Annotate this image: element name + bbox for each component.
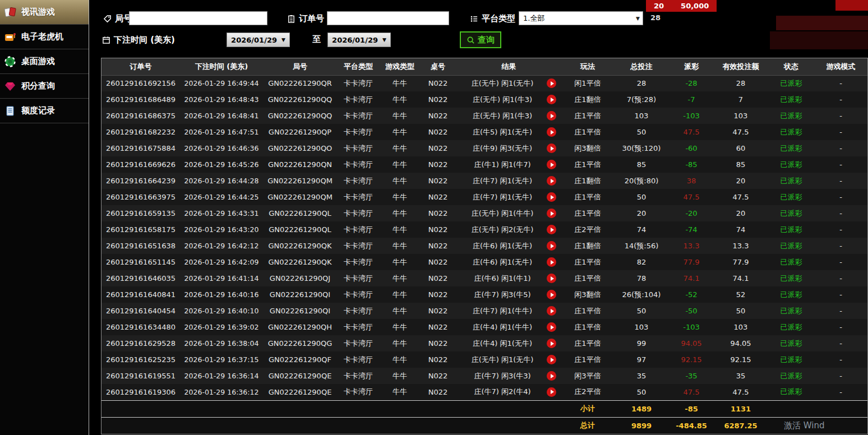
cell-status: 已派彩 [768,238,814,254]
cell-payout: 92.15 [670,351,713,368]
table-row: 2601291616863752026-01-29 16:48:41GN0222… [101,108,867,124]
play-button[interactable] [547,322,556,332]
play-button[interactable] [547,176,556,186]
cell-valid-bet: 103 [713,319,768,335]
sidebar-item-slots[interactable]: 电子老虎机 [0,25,89,49]
cell-time: 2026-01-29 16:42:09 [180,254,263,270]
date-from-picker[interactable]: 2026/01/29 ▼ [227,33,290,47]
cell-table-number: N022 [420,238,456,254]
cell-game-mode: - [814,286,867,303]
play-button[interactable] [547,371,556,381]
cell-round: GN022261290QL [263,221,337,238]
query-button[interactable]: 查询 [460,31,501,48]
play-button[interactable] [547,387,556,397]
play-button[interactable] [547,274,556,283]
round-number-input[interactable] [129,11,267,25]
cell-play-method: 庄1平倍 [562,351,613,368]
list-icon [470,15,478,23]
play-button[interactable] [547,209,556,218]
cell-table-number: N022 [420,205,456,221]
cell-table-number: N022 [420,91,456,108]
cell-status: 已派彩 [768,384,814,400]
cell-status: 已派彩 [768,108,814,124]
play-button[interactable] [547,355,556,364]
cell-time: 2026-01-29 16:48:43 [180,91,263,108]
cell-round: GN022261290QN [263,156,337,173]
cell-total-bet: 78 [613,270,670,286]
cell-table-number: N022 [420,368,456,384]
cell-result: 庄(牛7) 闲1(牛牛) [456,303,562,319]
cell-table-number: N022 [420,270,456,286]
cell-total-bet: 50 [613,189,670,205]
cell-payout: -7 [670,91,713,108]
play-button[interactable] [547,241,556,251]
table-row: 2601291616344802026-01-29 16:39:02GN0222… [101,319,867,335]
cell-result: 庄(牛7) 闲1(无牛) [456,189,562,205]
cell-play-method: 庄1平倍 [562,270,613,286]
cell-result: 庄(无牛) 闲1(无牛) [456,75,562,91]
platform-type-select[interactable]: 1.全部 ▼ [519,11,643,25]
cell-platform: 卡卡湾厅 [337,303,380,319]
cell-order: 260129161646035 [101,270,180,286]
cell-play-method: 庄1翻倍 [562,238,613,254]
cell-play-method: 庄1平倍 [562,156,613,173]
play-button[interactable] [547,290,556,299]
cell-status: 已派彩 [768,254,814,270]
date-to-picker[interactable]: 2026/01/29 ▼ [327,33,391,47]
chevron-down-icon: ▼ [281,37,285,43]
play-button[interactable] [547,339,556,348]
play-button[interactable] [547,306,556,316]
cell-time: 2026-01-29 16:47:51 [180,124,263,140]
order-number-input[interactable] [327,11,449,25]
cell-result: 庄(无牛) 闲1(牛牛) [456,205,562,221]
play-button[interactable] [547,225,556,234]
cell-valid-bet: 28 [713,75,768,91]
sidebar-item-table-games[interactable]: 桌面游戏 [0,49,89,74]
play-button[interactable] [547,257,556,267]
cell-result: 庄(牛6) 闲1(无牛) [456,254,562,270]
table-row: 2601291616581752026-01-29 16:43:20GN0222… [101,221,867,238]
result-text: 庄(牛7) 闲1(牛牛) [458,306,547,316]
sidebar-item-video-games[interactable]: 视讯游戏 [0,0,89,25]
play-button[interactable] [547,127,556,137]
cell-payout: -35 [670,368,713,384]
play-button[interactable] [547,95,556,104]
records-table-wrap: 订单号 下注时间 (美东) 局号 平台类型 游戏类型 桌号 结果 玩法 总投注 … [101,58,868,434]
cell-table-number: N022 [420,254,456,270]
cell-game-mode: - [814,254,867,270]
tag-icon [103,15,112,23]
cell-status: 已派彩 [768,91,814,108]
result-text: 庄(无牛) 闲1(无牛) [458,355,547,365]
col-game-type: 游戏类型 [380,58,420,75]
sidebar-item-points-query[interactable]: 积分查询 [0,74,89,99]
cell-valid-bet: 20 [713,173,768,189]
play-button[interactable] [547,111,556,121]
cell-payout: 47.5 [670,384,713,400]
cell-game-mode: - [814,108,867,124]
cell-total-bet: 7(预:28) [613,91,670,108]
order-number-label: 订单号 [287,11,324,26]
cell-game-mode: - [814,368,867,384]
play-button[interactable] [547,144,556,153]
table-row: 2601291616591352026-01-29 16:43:31GN0222… [101,205,867,221]
play-button[interactable] [547,192,556,202]
table-row: 2601291616460352026-01-29 16:41:14GN0222… [101,270,867,286]
cell-game-type: 牛牛 [380,319,420,335]
sidebar: 视讯游戏 电子老虎机 桌面游戏 积 [0,0,89,435]
cell-payout: -103 [670,108,713,124]
cell-status: 已派彩 [768,205,814,221]
result-text: 庄(无牛) 闲1(牛3) [458,111,547,121]
play-button[interactable] [547,78,556,88]
cell-game-type: 牛牛 [380,221,420,238]
cell-result: 庄(牛4) 闲1(牛牛) [456,319,562,335]
cell-round: GN022261290QE [263,368,337,384]
cell-game-mode: - [814,91,867,108]
play-button[interactable] [547,160,556,169]
cell-table-number: N022 [420,108,456,124]
sidebar-item-credit-records[interactable]: 额度记录 [0,99,89,123]
cell-total-bet: 35 [613,368,670,384]
cell-valid-bet: 20 [713,205,768,221]
cell-platform: 卡卡湾厅 [337,91,380,108]
cell-payout: -103 [670,319,713,335]
cell-play-method: 庄1平倍 [562,335,613,351]
